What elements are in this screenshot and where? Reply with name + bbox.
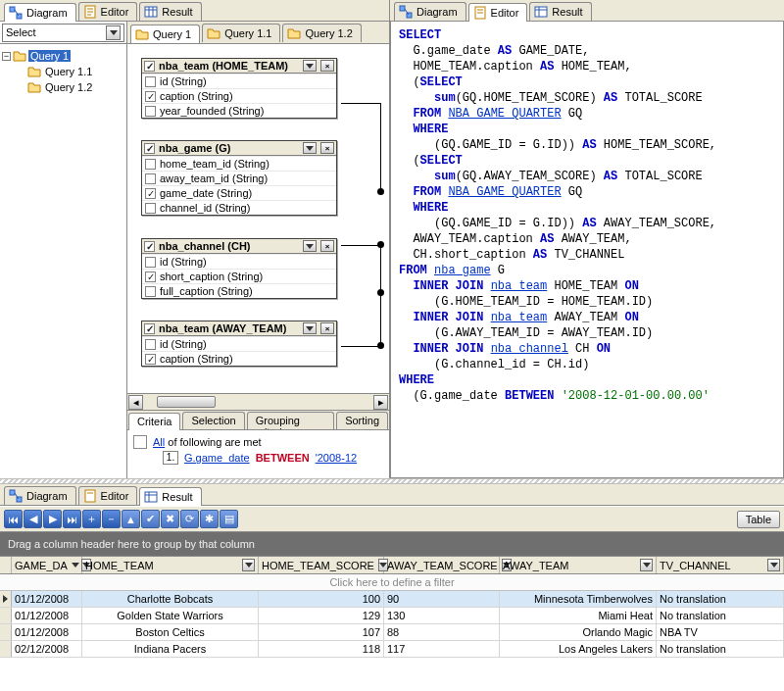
table-box-home-team[interactable]: nba_team (HOME_TEAM)× id (String) captio… (141, 58, 337, 119)
checkbox-icon[interactable] (145, 339, 156, 350)
chevron-down-icon[interactable] (767, 559, 780, 571)
prev-record-button[interactable]: ◀ (24, 510, 42, 528)
scroll-left-icon[interactable]: ◂ (128, 395, 143, 410)
tree-item-query1-2[interactable]: Query 1.2 (2, 79, 124, 95)
tab-sorting[interactable]: Sorting (336, 412, 388, 429)
tab-grouping[interactable]: Grouping criteria (247, 412, 334, 429)
checkbox-icon[interactable] (145, 188, 156, 199)
chevron-down-icon[interactable] (640, 559, 653, 571)
field-row[interactable]: year_founded (String) (142, 103, 336, 118)
delete-record-button[interactable]: － (102, 510, 121, 528)
cancel-button[interactable]: ✖ (161, 510, 179, 528)
tab-result[interactable]: Result (139, 2, 201, 21)
grid-filter-row[interactable]: Click here to define a filter (0, 574, 784, 591)
column-header-game-date[interactable]: GAME_DA (12, 557, 82, 573)
checkbox-icon[interactable] (145, 76, 156, 87)
field-row[interactable]: channel_id (String) (142, 200, 336, 215)
column-header-away-team[interactable]: AWAY_TEAM (500, 557, 657, 573)
field-row[interactable]: id (String) (142, 254, 336, 269)
field-row[interactable]: id (String) (142, 74, 336, 88)
table-box-channel[interactable]: nba_channel (CH)× id (String) short_capt… (141, 238, 337, 299)
column-header-tv-channel[interactable]: TV_CHANNEL (657, 557, 784, 573)
tab-editor[interactable]: Editor (78, 486, 138, 505)
grid-row[interactable]: 02/12/2008Indiana Pacers118117Los Angele… (0, 641, 784, 658)
criteria-icon[interactable] (133, 435, 147, 449)
last-record-button[interactable]: ⏭ (63, 510, 81, 528)
grid-row[interactable]: 01/12/2008Boston Celtics10788Orlando Mag… (0, 624, 784, 641)
tab-result[interactable]: Result (139, 487, 201, 506)
checkbox-icon[interactable] (145, 271, 156, 282)
field-row[interactable]: id (String) (142, 336, 336, 351)
tab-diagram[interactable]: Diagram (394, 2, 466, 21)
scroll-right-icon[interactable]: ▸ (373, 395, 388, 410)
tab-editor[interactable]: Editor (468, 3, 528, 22)
tab-diagram[interactable]: Diagram (4, 3, 76, 22)
bookmark-button[interactable]: ✱ (200, 510, 219, 528)
subtab-query1-2[interactable]: Query 1.2 (282, 24, 361, 42)
criteria-operator[interactable]: BETWEEN (256, 452, 310, 464)
sql-editor[interactable]: SELECT G.game_date AS GAME_DATE, HOME_TE… (390, 22, 784, 478)
grid-row[interactable]: 01/12/2008Charlotte Bobcats10090Minnesot… (0, 591, 784, 608)
close-icon[interactable]: × (320, 60, 334, 72)
field-row[interactable]: short_caption (String) (142, 269, 336, 283)
grid-row[interactable]: 01/12/2008Golden State Warriors129130Mia… (0, 608, 784, 624)
field-row[interactable]: game_date (String) (142, 185, 336, 200)
first-record-button[interactable]: ⏮ (4, 510, 23, 528)
chevron-down-icon[interactable] (303, 142, 317, 154)
chevron-down-icon[interactable] (303, 240, 317, 252)
close-icon[interactable]: × (320, 240, 334, 252)
checkbox-icon[interactable] (145, 173, 156, 184)
group-by-bar[interactable]: Drag a column header here to group by th… (0, 532, 784, 556)
table-box-game[interactable]: nba_game (G)× home_team_id (String) away… (141, 140, 337, 216)
tab-selection[interactable]: Selection (182, 412, 244, 429)
chevron-down-icon[interactable] (242, 559, 255, 571)
checkbox-icon[interactable] (145, 286, 156, 297)
criteria-value-link[interactable]: '2008-12 (316, 452, 357, 464)
field-row[interactable]: caption (String) (142, 351, 336, 366)
checkbox-icon[interactable] (145, 203, 156, 214)
tab-diagram[interactable]: Diagram (4, 486, 76, 505)
tree-item-query1-1[interactable]: Query 1.1 (2, 64, 124, 79)
collapse-icon[interactable]: − (2, 52, 11, 61)
horizontal-scrollbar[interactable]: ◂ ▸ (127, 393, 389, 410)
field-row[interactable]: full_caption (String) (142, 283, 336, 298)
close-icon[interactable]: × (320, 142, 334, 154)
field-row[interactable]: away_team_id (String) (142, 171, 336, 185)
post-button[interactable]: ✔ (141, 510, 160, 528)
scroll-thumb[interactable] (157, 396, 216, 408)
chevron-down-icon[interactable] (303, 60, 317, 72)
refresh-button[interactable]: ⟳ (180, 510, 199, 528)
checkbox-icon[interactable] (145, 257, 156, 268)
criteria-field-link[interactable]: G.game_date (184, 452, 250, 464)
tree-item-query1[interactable]: − Query 1 (2, 48, 124, 64)
field-row[interactable]: home_team_id (String) (142, 156, 336, 171)
edit-button[interactable]: ▲ (122, 510, 140, 528)
table-check-icon[interactable] (144, 241, 155, 252)
column-header-away-score[interactable]: AWAY_TEAM_SCORE (384, 557, 500, 573)
next-record-button[interactable]: ▶ (43, 510, 62, 528)
tab-result[interactable]: Result (529, 2, 591, 21)
table-box-away-team[interactable]: nba_team (AWAY_TEAM)× id (String) captio… (141, 321, 337, 367)
table-check-icon[interactable] (144, 61, 155, 72)
table-view-button[interactable]: Table (737, 511, 780, 528)
subtab-query1[interactable]: Query 1 (130, 25, 200, 43)
checkbox-icon[interactable] (145, 159, 156, 170)
tab-criteria[interactable]: Criteria (128, 413, 180, 430)
checkbox-icon[interactable] (145, 91, 156, 102)
column-header-home-score[interactable]: HOME_TEAM_SCORE (259, 557, 384, 573)
criteria-condition-row[interactable]: 1. G.game_date BETWEEN '2008-12 (133, 450, 383, 466)
filter-button[interactable]: ▤ (220, 510, 238, 528)
add-record-button[interactable]: ＋ (82, 510, 101, 528)
field-row[interactable]: caption (String) (142, 88, 336, 103)
table-check-icon[interactable] (144, 143, 155, 154)
table-check-icon[interactable] (144, 323, 155, 334)
chevron-down-icon[interactable] (303, 322, 317, 334)
select-dropdown[interactable]: Select (2, 24, 124, 42)
checkbox-icon[interactable] (145, 354, 156, 365)
subtab-query1-1[interactable]: Query 1.1 (202, 24, 280, 42)
column-header-home-team[interactable]: HOME_TEAM (82, 557, 259, 573)
close-icon[interactable]: × (320, 322, 334, 334)
tab-editor[interactable]: Editor (78, 2, 138, 21)
criteria-all-link[interactable]: All (153, 436, 165, 448)
checkbox-icon[interactable] (145, 106, 156, 117)
